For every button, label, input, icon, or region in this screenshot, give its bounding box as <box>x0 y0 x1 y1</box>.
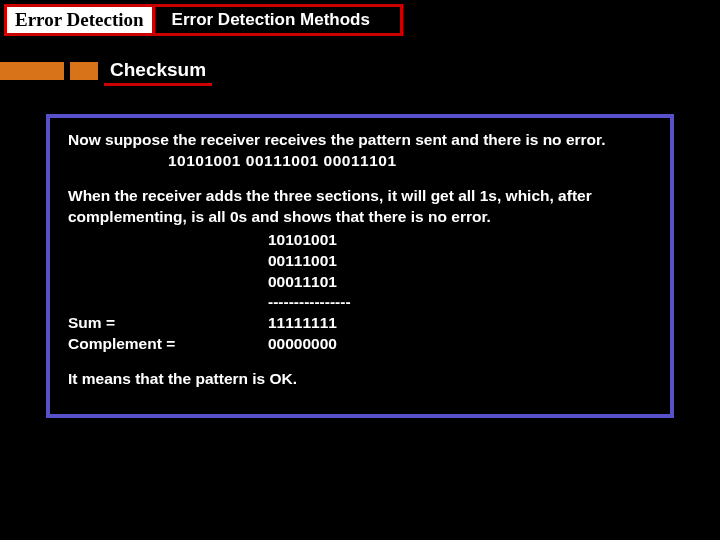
subheader-label: Checksum <box>104 57 212 86</box>
pattern-line: 10101001 00111001 00011101 <box>68 151 652 172</box>
decor-block-small <box>70 62 98 80</box>
calc-row-3: 00011101 <box>68 272 652 293</box>
explanation-text: When the receiver adds the three section… <box>68 186 652 228</box>
calc-sum-row: Sum = 11111111 <box>68 313 652 334</box>
title-right: Error Detection Methods <box>149 4 403 36</box>
decor-block <box>0 62 64 80</box>
calc-sum-label: Sum = <box>68 313 268 334</box>
calc-row-2: 00111001 <box>68 251 652 272</box>
calc-divider: ---------------- <box>68 292 652 313</box>
header-bar: Error Detection Error Detection Methods <box>0 0 720 38</box>
calc-block: 10101001 00111001 00011101 -------------… <box>68 230 652 356</box>
content-panel: Now suppose the receiver receives the pa… <box>46 114 674 418</box>
title-left: Error Detection <box>4 4 155 36</box>
calc-comp-label: Complement = <box>68 334 268 355</box>
calc-comp-row: Complement = 00000000 <box>68 334 652 355</box>
conclusion-text: It means that the pattern is OK. <box>68 369 652 390</box>
calc-sum-value: 11111111 <box>268 313 337 334</box>
calc-row-1: 10101001 <box>68 230 652 251</box>
calc-comp-value: 00000000 <box>268 334 337 355</box>
intro-text: Now suppose the receiver receives the pa… <box>68 130 652 151</box>
subheader-bar: Checksum <box>0 56 720 86</box>
